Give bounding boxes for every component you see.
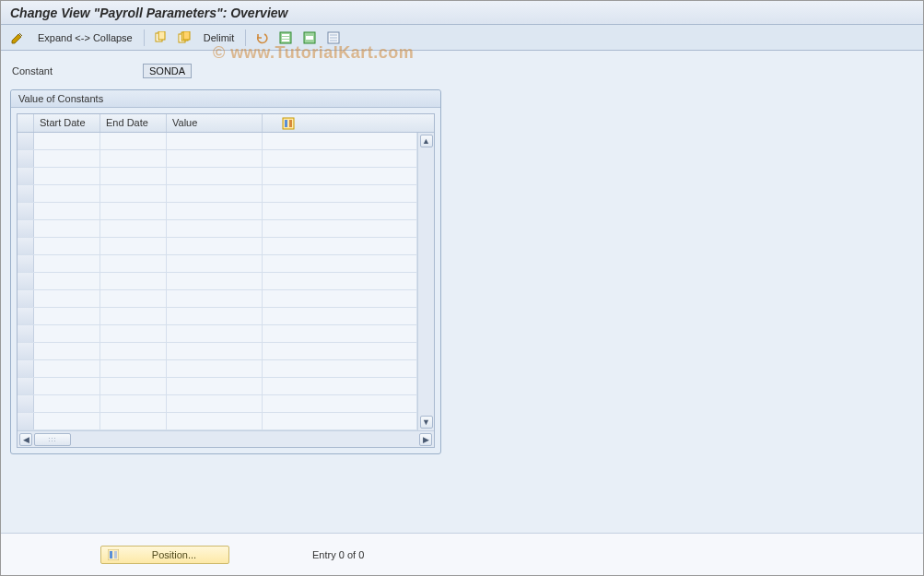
row-selector[interactable] <box>18 185 34 202</box>
cell-end-date[interactable] <box>100 413 167 429</box>
cell-start-date[interactable] <box>34 343 100 359</box>
cell-start-date[interactable] <box>34 273 100 289</box>
cell-value[interactable] <box>167 308 263 324</box>
col-start-date[interactable]: Start Date <box>34 114 100 132</box>
cell-value[interactable] <box>167 413 263 429</box>
cell-value[interactable] <box>167 203 263 219</box>
row-selector[interactable] <box>18 203 34 219</box>
cell-end-date[interactable] <box>100 255 167 272</box>
cell-value[interactable] <box>167 238 263 254</box>
scroll-down-icon[interactable]: ▼ <box>420 416 433 429</box>
scroll-right-icon[interactable]: ▶ <box>419 433 432 446</box>
cell-value[interactable] <box>167 150 263 167</box>
row-selector[interactable] <box>18 273 34 289</box>
cell-end-date[interactable] <box>100 290 167 307</box>
cell-end-date[interactable] <box>100 185 167 202</box>
cell-start-date[interactable] <box>34 325 100 342</box>
grid-select-all-header[interactable] <box>18 114 34 132</box>
row-selector[interactable] <box>18 343 34 359</box>
row-selector[interactable] <box>18 395 34 412</box>
cell-end-date[interactable] <box>100 220 167 237</box>
cell-value[interactable] <box>167 168 263 184</box>
cell-end-date[interactable] <box>100 203 167 219</box>
copy-icon[interactable] <box>150 29 170 47</box>
cell-extra <box>263 343 417 359</box>
cell-start-date[interactable] <box>34 395 100 412</box>
cell-end-date[interactable] <box>100 308 167 324</box>
value-of-constants-group: Value of Constants Start Date End Date V… <box>10 89 441 454</box>
grid-header: Start Date End Date Value <box>18 114 434 133</box>
cell-end-date[interactable] <box>100 325 167 342</box>
cell-value[interactable] <box>167 360 263 377</box>
row-selector[interactable] <box>18 360 34 377</box>
cell-start-date[interactable] <box>34 133 100 149</box>
row-selector[interactable] <box>18 378 34 394</box>
configure-columns-icon[interactable] <box>279 114 298 132</box>
cell-value[interactable] <box>167 343 263 359</box>
cell-start-date[interactable] <box>34 413 100 429</box>
cell-value[interactable] <box>167 220 263 237</box>
select-all-icon[interactable] <box>275 29 296 47</box>
cell-value[interactable] <box>167 378 263 394</box>
cell-end-date[interactable] <box>100 168 167 184</box>
row-selector[interactable] <box>18 220 34 237</box>
cell-start-date[interactable] <box>34 238 100 254</box>
row-selector[interactable] <box>18 168 34 184</box>
cell-end-date[interactable] <box>100 360 167 377</box>
row-selector[interactable] <box>18 290 34 307</box>
scroll-track[interactable] <box>420 149 433 414</box>
cell-start-date[interactable] <box>34 203 100 219</box>
delimit-button[interactable]: Delimit <box>198 32 240 43</box>
position-button-label: Position... <box>125 549 223 560</box>
expand-collapse-button[interactable]: Expand <-> Collapse <box>32 32 138 43</box>
cell-start-date[interactable] <box>34 185 100 202</box>
row-selector[interactable] <box>18 308 34 324</box>
cell-end-date[interactable] <box>100 273 167 289</box>
cell-value[interactable] <box>167 133 263 149</box>
cell-extra <box>263 413 417 429</box>
cell-start-date[interactable] <box>34 220 100 237</box>
cell-value[interactable] <box>167 255 263 272</box>
row-selector[interactable] <box>18 150 34 167</box>
position-button[interactable]: Position... <box>100 546 229 564</box>
row-selector[interactable] <box>18 133 34 149</box>
cell-start-date[interactable] <box>34 290 100 307</box>
horizontal-scrollbar[interactable]: ◀ ::: ▶ <box>18 430 434 447</box>
row-selector[interactable] <box>18 413 34 429</box>
cell-start-date[interactable] <box>34 378 100 394</box>
cell-extra <box>263 185 417 202</box>
cell-end-date[interactable] <box>100 238 167 254</box>
scroll-thumb[interactable]: ::: <box>34 433 71 446</box>
cell-end-date[interactable] <box>100 133 167 149</box>
col-end-date[interactable]: End Date <box>100 114 167 132</box>
cell-start-date[interactable] <box>34 168 100 184</box>
toolbar-separator <box>245 29 246 46</box>
copy-all-icon[interactable] <box>174 29 194 47</box>
cell-value[interactable] <box>167 185 263 202</box>
row-selector[interactable] <box>18 255 34 272</box>
cell-end-date[interactable] <box>100 343 167 359</box>
select-block-icon[interactable] <box>299 29 320 47</box>
cell-end-date[interactable] <box>100 150 167 167</box>
scroll-left-icon[interactable]: ◀ <box>19 433 32 446</box>
cell-value[interactable] <box>167 325 263 342</box>
vertical-scrollbar[interactable]: ▲ ▼ <box>417 133 434 430</box>
deselect-all-icon[interactable] <box>323 29 344 47</box>
table-row <box>18 150 417 168</box>
cell-start-date[interactable] <box>34 255 100 272</box>
cell-value[interactable] <box>167 395 263 412</box>
row-selector[interactable] <box>18 325 34 342</box>
col-value[interactable]: Value <box>167 114 263 132</box>
row-selector[interactable] <box>18 238 34 254</box>
cell-end-date[interactable] <box>100 378 167 394</box>
cell-start-date[interactable] <box>34 360 100 377</box>
cell-value[interactable] <box>167 273 263 289</box>
cell-start-date[interactable] <box>34 308 100 324</box>
cell-value[interactable] <box>167 290 263 307</box>
cell-end-date[interactable] <box>100 395 167 412</box>
scroll-up-icon[interactable]: ▲ <box>420 135 433 147</box>
display-change-icon[interactable] <box>6 29 29 47</box>
scroll-track[interactable] <box>73 433 417 446</box>
undo-icon[interactable] <box>251 29 272 47</box>
cell-start-date[interactable] <box>34 150 100 167</box>
